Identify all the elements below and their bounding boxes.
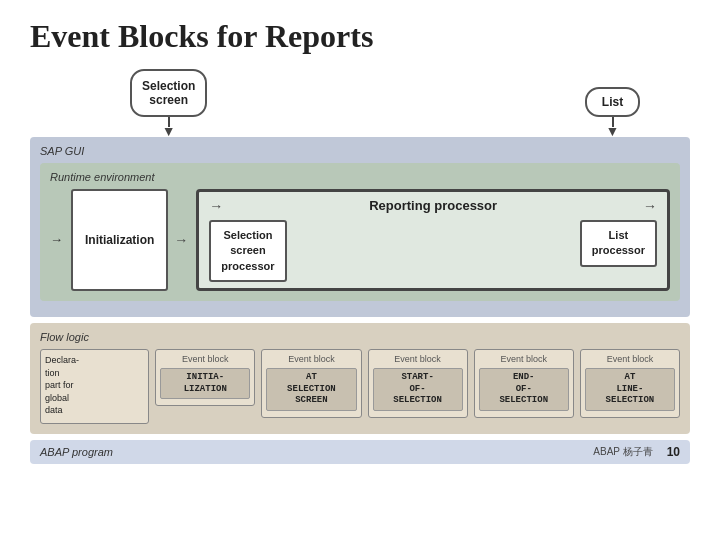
list-label: List	[601, 95, 624, 109]
event-block-2: Event block START-OF-SELECTION	[368, 349, 468, 418]
page-number: 10	[667, 445, 680, 459]
event-block-0: Event block INITIA-LIZATION	[155, 349, 255, 406]
abap-band: ABAP program ABAP 杨子青 10	[30, 440, 690, 464]
runtime-label: Runtime environment	[50, 171, 670, 183]
reporting-processor-box: → Reporting processor → Selectionscreenp…	[196, 189, 670, 291]
arrow-to-rp: →	[174, 189, 188, 291]
runtime-row: → Initialization → → Reporting processor…	[50, 189, 670, 291]
init-arrow: →	[50, 189, 63, 291]
sap-gui-band: SAP GUI Runtime environment → Initializa…	[30, 137, 690, 317]
initialization-label: Initialization	[85, 233, 154, 247]
abap-footer: ABAP 杨子青 10	[593, 445, 680, 459]
sap-gui-label: SAP GUI	[40, 145, 680, 157]
declaration-block: Declara-tionpart forglobaldata	[40, 349, 149, 424]
event-block-1: Event block ATSELECTIONSCREEN	[261, 349, 361, 418]
flow-logic-label: Flow logic	[40, 331, 680, 343]
list-processor-box: Listprocessor	[580, 220, 657, 267]
runtime-band: Runtime environment → Initialization → →…	[40, 163, 680, 301]
abap-credit: ABAP 杨子青	[593, 445, 652, 459]
arrow-head-selection: ▼	[162, 127, 176, 137]
selection-screen-processor-box: Selectionscreenprocessor	[209, 220, 286, 282]
page-title: Event Blocks for Reports	[30, 18, 690, 55]
event-block-4: Event block ATLINE-SELECTION	[580, 349, 680, 418]
selection-screen-line1: Selection	[142, 79, 195, 93]
arrow-head-list: ▼	[606, 127, 620, 137]
event-block-3: Event block END-OF-SELECTION	[474, 349, 574, 418]
declaration-text: Declara-tionpart forglobaldata	[45, 354, 144, 417]
rp-arrow-left: →	[209, 198, 223, 214]
selection-screen-line2: screen	[142, 93, 195, 107]
flow-row: Declara-tionpart forglobaldata Event blo…	[40, 349, 680, 424]
selection-screen-box: Selection screen	[130, 69, 207, 117]
rp-top-row: → Reporting processor →	[209, 198, 657, 214]
rp-arrow-right: →	[643, 198, 657, 214]
initialization-box: Initialization	[71, 189, 168, 291]
list-box: List	[585, 87, 640, 117]
reporting-processor-label: Reporting processor	[369, 198, 497, 213]
rp-bottom-row: Selectionscreenprocessor Listprocessor	[209, 220, 657, 282]
page: Event Blocks for Reports Selection scree…	[0, 0, 720, 540]
abap-program-label: ABAP program	[40, 446, 113, 458]
flow-band: Flow logic Declara-tionpart forglobaldat…	[30, 323, 690, 434]
